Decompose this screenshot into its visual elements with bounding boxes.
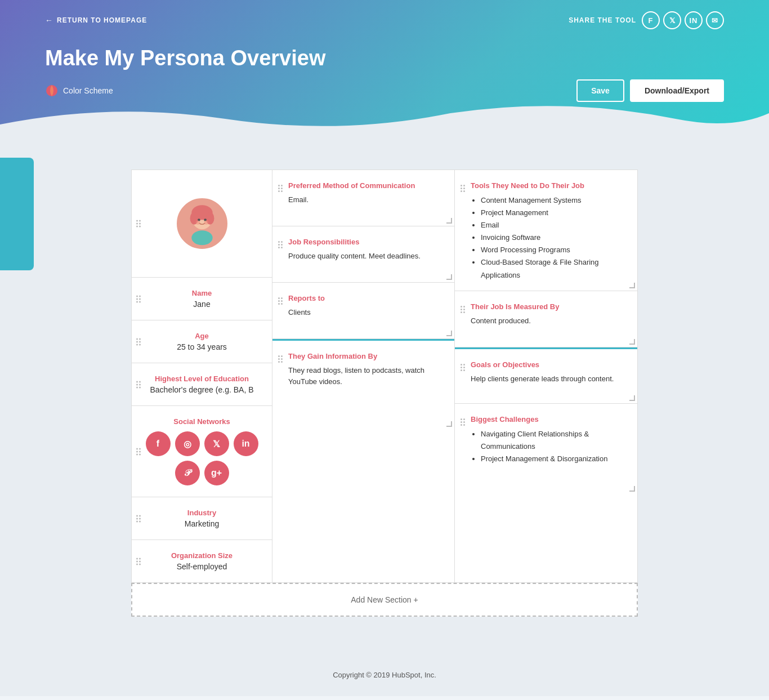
job-resp-card: Job Responsibilities Produce quality con…: [272, 226, 454, 283]
org-size-value: Self-employed: [141, 562, 263, 571]
drag-handle[interactable]: [136, 338, 141, 345]
list-item: Content Management Systems: [481, 194, 628, 207]
challenges-list: Navigating Client Relationships & Commun…: [471, 428, 628, 465]
education-value: Bachelor's degree (e.g. BA, B: [141, 385, 263, 394]
share-icons: f 𝕏 in ✉: [642, 11, 724, 29]
svg-point-2: [191, 230, 212, 245]
education-label: Highest Level of Education: [141, 374, 263, 383]
gain-info-text: They read blogs, listen to podcasts, wat…: [288, 365, 445, 387]
linkedin-icon[interactable]: in: [234, 431, 258, 456]
blue-accent-stripe: [0, 158, 34, 270]
goals-text: Help clients generate leads through cont…: [471, 373, 628, 385]
resize-handle[interactable]: [446, 218, 452, 224]
copyright-text: Copyright © 2019 HubSpot, Inc.: [333, 671, 436, 679]
drag-handle[interactable]: [460, 364, 465, 371]
drag-handle[interactable]: [136, 220, 141, 228]
resize-handle[interactable]: [629, 339, 635, 345]
facebook-icon[interactable]: f: [146, 431, 171, 456]
left-column: Name Jane Age 25 to 34 years: [132, 170, 272, 582]
name-value: Jane: [141, 300, 263, 309]
hero-content: Make My Persona Overview Color Scheme Sa…: [0, 35, 769, 102]
tools-card: Tools They Need to Do Their Job Content …: [455, 170, 637, 291]
drag-handle[interactable]: [136, 515, 141, 522]
linkedin-share-button[interactable]: in: [685, 11, 703, 29]
social-icons-grid: f ◎ 𝕏 in 𝒫 g+: [141, 431, 263, 485]
age-section: Age 25 to 34 years: [132, 320, 272, 363]
share-label: SHARE THE TOOL: [569, 16, 636, 24]
gain-info-title: They Gain Information By: [288, 352, 445, 360]
resize-handle[interactable]: [629, 486, 635, 492]
persona-grid: Name Jane Age 25 to 34 years: [131, 170, 638, 583]
tools-list: Content Management Systems Project Manag…: [471, 194, 628, 282]
social-networks-label: Social Networks: [141, 417, 263, 426]
org-size-label: Organization Size: [141, 551, 263, 560]
reports-to-title: Reports to: [288, 294, 445, 302]
goals-card: Goals or Objectives Help clients generat…: [455, 347, 637, 404]
color-scheme-row: Color Scheme Save Download/Export: [45, 79, 724, 102]
resize-handle[interactable]: [446, 421, 452, 427]
hero-wave: [0, 102, 769, 147]
avatar-image: [178, 198, 226, 249]
gain-info-card: They Gain Information By They read blogs…: [272, 339, 454, 429]
drag-handle[interactable]: [460, 418, 465, 426]
page-title: Make My Persona Overview: [45, 46, 724, 70]
drag-handle[interactable]: [460, 185, 465, 192]
resize-handle[interactable]: [629, 395, 635, 401]
drag-handle[interactable]: [136, 558, 141, 565]
svg-point-9: [195, 220, 199, 224]
drag-handle[interactable]: [136, 295, 141, 302]
footer: Copyright © 2019 HubSpot, Inc.: [0, 654, 769, 696]
industry-value: Marketing: [141, 519, 263, 528]
resize-handle[interactable]: [629, 283, 635, 288]
drag-handle[interactable]: [136, 381, 141, 388]
email-share-button[interactable]: ✉: [706, 11, 724, 29]
drag-handle[interactable]: [278, 355, 283, 363]
reports-to-text: Clients: [288, 307, 445, 318]
age-label: Age: [141, 332, 263, 340]
list-item: Word Processing Programs: [481, 244, 628, 256]
drag-handle[interactable]: [136, 448, 141, 455]
industry-section: Industry Marketing: [132, 497, 272, 540]
twitter-share-button[interactable]: 𝕏: [663, 11, 681, 29]
download-export-button[interactable]: Download/Export: [630, 79, 724, 102]
right-column: Tools They Need to Do Their Job Content …: [455, 170, 637, 582]
list-item: Email: [481, 219, 628, 231]
instagram-icon[interactable]: ◎: [175, 431, 200, 456]
social-networks-section: Social Networks f ◎ 𝕏 in 𝒫 g+: [132, 406, 272, 497]
color-scheme-control[interactable]: Color Scheme: [45, 84, 113, 97]
list-item: Navigating Client Relationships & Commun…: [481, 428, 628, 453]
measured-by-text: Content produced.: [471, 315, 628, 327]
return-home-label: RETURN TO HOMEPAGE: [57, 16, 147, 24]
measured-by-card: Their Job Is Measured By Content produce…: [455, 291, 637, 347]
drag-handle[interactable]: [278, 241, 283, 248]
googleplus-icon[interactable]: g+: [204, 461, 229, 485]
drag-handle[interactable]: [460, 306, 465, 313]
color-scheme-label-text: Color Scheme: [63, 86, 113, 95]
drag-handle[interactable]: [278, 185, 283, 192]
avatar-container: [141, 181, 263, 266]
measured-by-title: Their Job Is Measured By: [471, 302, 628, 311]
svg-point-10: [204, 220, 208, 224]
facebook-share-button[interactable]: f: [642, 11, 660, 29]
save-button[interactable]: Save: [576, 79, 624, 102]
challenges-title: Biggest Challenges: [471, 415, 628, 423]
reports-to-card: Reports to Clients: [272, 283, 454, 339]
drag-handle[interactable]: [278, 297, 283, 305]
resize-handle[interactable]: [446, 331, 452, 336]
avatar[interactable]: [177, 198, 227, 249]
color-scheme-icon: [45, 84, 59, 97]
industry-label: Industry: [141, 509, 263, 517]
resize-handle[interactable]: [446, 274, 452, 280]
challenges-card: Biggest Challenges Navigating Client Rel…: [455, 404, 637, 494]
return-home-link[interactable]: ← RETURN TO HOMEPAGE: [45, 16, 147, 25]
job-resp-title: Job Responsibilities: [288, 238, 445, 246]
goals-title: Goals or Objectives: [471, 360, 628, 369]
preferred-comm-card: Preferred Method of Communication Email.: [272, 170, 454, 226]
twitter-icon[interactable]: 𝕏: [204, 431, 229, 456]
list-item: Project Management: [481, 207, 628, 219]
add-section-bar[interactable]: Add New Section +: [131, 583, 638, 617]
name-section: Name Jane: [132, 278, 272, 320]
pinterest-icon[interactable]: 𝒫: [175, 461, 200, 485]
tools-title: Tools They Need to Do Their Job: [471, 181, 628, 190]
middle-column: Preferred Method of Communication Email.…: [272, 170, 455, 582]
